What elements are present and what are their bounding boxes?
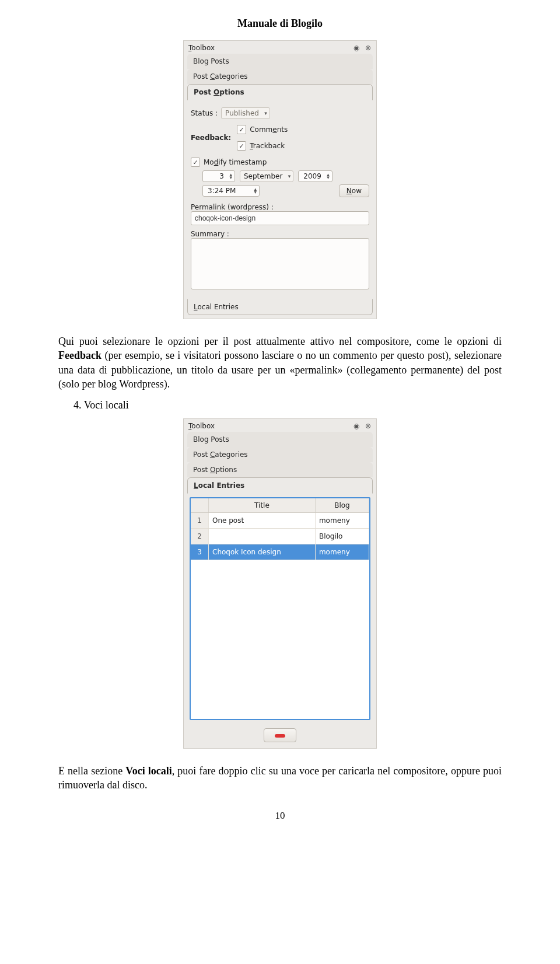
year-spinner[interactable]: 2009▴▾ [298, 170, 332, 182]
table-row[interactable]: 1 One post momeny [191, 513, 369, 529]
detach-icon[interactable]: ◉ [353, 422, 360, 429]
tab-post-options[interactable]: Post Options [187, 462, 373, 477]
minus-icon [275, 734, 285, 738]
status-dropdown[interactable]: Published▾ [221, 107, 270, 119]
local-entries-table[interactable]: Title Blog 1 One post momeny 2 Blogilo [190, 497, 370, 720]
screenshot-post-options: TToolboxoolbox ◉ ⊗ Blog Posts Post Categ… [183, 40, 377, 319]
table-header-row: Title Blog [191, 498, 369, 513]
page-number: 10 [58, 810, 502, 822]
tab-post-categories[interactable]: Post Categories [187, 447, 373, 462]
chevron-down-icon: ▾ [288, 173, 291, 179]
screenshot-local-entries: Toolbox ◉ ⊗ Blog Posts Post Categories P… [183, 418, 377, 749]
status-label: Status : [191, 109, 218, 117]
month-dropdown[interactable]: September▾ [240, 170, 293, 182]
permalink-input[interactable] [191, 211, 369, 225]
feedback-label: Feedback: [191, 134, 231, 142]
toolbox-title: TToolboxoolbox [188, 44, 353, 52]
paragraph-post-options: Qui puoi selezionare le opzioni per il p… [58, 334, 502, 391]
tab-post-options[interactable]: Post Options [187, 84, 373, 100]
col-title: Title [209, 498, 316, 513]
col-blog: Blog [315, 498, 369, 513]
comments-checkbox[interactable]: ✓ [237, 125, 246, 134]
doc-title: Manuale di Blogilo [58, 18, 502, 30]
summary-label: Summary : [191, 230, 369, 238]
close-icon[interactable]: ⊗ [365, 44, 372, 51]
paragraph-voci-locali: E nella sezione Voci locali, puoi fare d… [58, 764, 502, 792]
spinner-icon: ▴▾ [327, 173, 330, 180]
tab-post-categories[interactable]: Post Categories [187, 69, 373, 84]
trackback-checkbox[interactable]: ✓ [237, 141, 246, 151]
day-spinner[interactable]: 3▴▾ [202, 170, 235, 182]
now-button[interactable]: Now [339, 184, 369, 197]
spinner-icon: ▴▾ [229, 173, 232, 180]
delete-button[interactable] [264, 728, 296, 742]
list-item-voci-locali: 4. Voci locali [74, 399, 502, 411]
summary-textarea[interactable] [191, 238, 369, 289]
comments-label: Comments [250, 125, 288, 134]
tab-blog-posts[interactable]: Blog Posts [187, 432, 373, 447]
tab-local-entries[interactable]: Local Entries [187, 477, 373, 494]
spinner-icon: ▴▾ [254, 188, 257, 194]
tab-blog-posts[interactable]: Blog Posts [187, 54, 373, 69]
detach-icon[interactable]: ◉ [353, 44, 360, 51]
table-row-selected[interactable]: 3 Choqok Icon design momeny [191, 544, 369, 560]
modify-timestamp-checkbox[interactable]: ✓ [191, 158, 200, 167]
toolbox-title: Toolbox [188, 422, 353, 430]
time-spinner[interactable]: 3:24 PM▴▾ [202, 185, 260, 197]
tab-local-entries[interactable]: Local Entries [187, 299, 373, 315]
close-icon[interactable]: ⊗ [365, 422, 372, 429]
permalink-label: Permalink (wordpress) : [191, 203, 369, 211]
chevron-down-icon: ▾ [264, 110, 267, 116]
modify-timestamp-label: Modify timestamp [204, 158, 267, 166]
trackback-label: Trackback [250, 142, 285, 150]
table-row[interactable]: 2 Blogilo [191, 529, 369, 544]
